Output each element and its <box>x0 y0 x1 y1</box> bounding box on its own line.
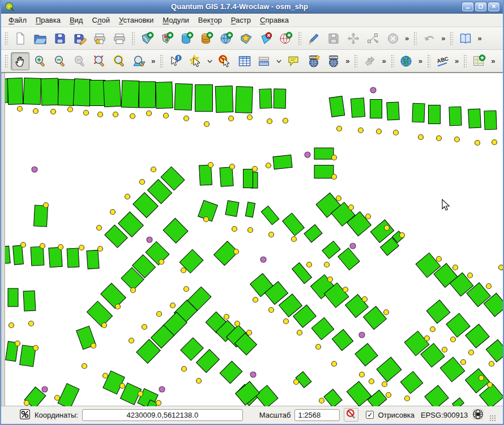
menu-view[interactable]: Вид <box>65 14 88 26</box>
menu-settings[interactable]: Установки <box>114 14 158 26</box>
open-project-button[interactable] <box>31 29 49 48</box>
menu-layer[interactable]: Слой <box>87 14 114 26</box>
save-project-button[interactable] <box>50 29 69 48</box>
add-postgis-layer-button[interactable] <box>177 29 196 48</box>
building-polygon <box>174 83 193 110</box>
poi-point <box>129 338 134 343</box>
panel-splitter[interactable] <box>1 73 5 406</box>
zoom-to-layer-button[interactable] <box>130 52 148 70</box>
pan-hand-icon <box>14 54 27 68</box>
new-shapefile-layer-button[interactable] <box>237 29 255 48</box>
menu-help[interactable]: Справка <box>255 14 293 26</box>
toolbar-overflow-button[interactable]: » <box>416 57 425 65</box>
globe-tool-button[interactable] <box>397 52 416 70</box>
menu-plugins[interactable]: Модули <box>158 14 194 26</box>
toolbar-drag-handle[interactable] <box>354 54 357 68</box>
building-polygon <box>332 329 353 350</box>
toolbar-overflow-button[interactable]: » <box>475 34 484 42</box>
coordinates-input[interactable] <box>82 409 243 421</box>
add-vector-layer-button[interactable] <box>138 29 156 48</box>
toolbar-overflow-button[interactable]: » <box>149 57 157 65</box>
maximize-button[interactable] <box>475 2 486 11</box>
measure-line-button[interactable] <box>255 52 274 70</box>
new-print-composer-button[interactable] <box>90 29 109 48</box>
crs-button[interactable] <box>472 408 484 422</box>
toolbar-overflow-button[interactable]: » <box>403 34 411 42</box>
building-polygon <box>220 167 233 186</box>
node-tool-icon <box>366 32 380 45</box>
toolbar-drag-handle[interactable] <box>160 54 163 68</box>
deselect-features-button[interactable] <box>215 52 234 70</box>
menu-edit[interactable]: Правка <box>31 14 65 26</box>
zoom-out-button[interactable] <box>50 52 69 70</box>
help-contents-button[interactable] <box>456 29 475 48</box>
edit-pencil-icon <box>307 32 321 45</box>
menu-raster[interactable]: Растр <box>227 14 255 26</box>
toolbar-overflow-button[interactable]: » <box>489 57 497 65</box>
dropdown-chevron[interactable] <box>274 56 284 66</box>
zoom-in-icon <box>33 54 47 68</box>
building-polygon <box>90 80 105 106</box>
save-edits-button[interactable] <box>324 29 343 48</box>
offline-editing-button[interactable] <box>360 52 379 70</box>
new-project-button[interactable] <box>11 29 29 48</box>
labeling-button[interactable]: ABC <box>433 52 452 70</box>
poi-point <box>266 163 271 168</box>
pan-map-button[interactable] <box>11 52 29 70</box>
save-project-as-button[interactable] <box>70 29 89 48</box>
map-canvas[interactable] <box>1 73 503 406</box>
render-checkbox[interactable]: ✓ <box>366 411 374 419</box>
building-polygon <box>199 165 212 185</box>
node-tool-button[interactable] <box>364 29 382 48</box>
menu-vector[interactable]: Вектор <box>194 14 227 26</box>
toolbar-drag-handle[interactable] <box>131 32 135 45</box>
scale-input[interactable] <box>294 409 340 421</box>
osm-load-button[interactable] <box>469 52 488 70</box>
show-bookmarks-button[interactable]: HOME <box>324 52 343 70</box>
toolbar-drag-handle[interactable] <box>413 32 417 45</box>
select-star-icon <box>189 54 202 68</box>
toolbar-drag-handle[interactable] <box>5 54 8 68</box>
toolbar-drag-handle[interactable] <box>427 54 430 68</box>
toolbar-overflow-button[interactable]: » <box>379 57 388 65</box>
dropdown-chevron[interactable] <box>205 56 215 66</box>
add-spatialite-layer-button[interactable] <box>197 29 216 48</box>
abort-editing-button[interactable] <box>383 29 402 48</box>
toolbar-drag-handle[interactable] <box>463 54 467 68</box>
zoom-in-button[interactable] <box>31 52 49 70</box>
minimize-button[interactable] <box>462 2 473 11</box>
title-bar[interactable]: Quantum GIS 1.7.4-Wroclaw - osm_shp <box>1 0 503 14</box>
window-controls <box>462 2 499 11</box>
toolbar-map-navigation: »iHOMEHOME»»»ABC»» <box>1 50 503 73</box>
toolbar-overflow-button[interactable]: » <box>452 57 461 65</box>
undo-button[interactable] <box>420 29 438 48</box>
toggle-editing-button[interactable] <box>304 29 323 48</box>
open-attribute-table-button[interactable] <box>235 52 254 70</box>
toolbar-drag-handle[interactable] <box>450 32 453 45</box>
toolbar-drag-handle[interactable] <box>391 54 394 68</box>
zoom-native-button[interactable] <box>70 52 89 70</box>
toolbar-overflow-button[interactable]: » <box>343 57 352 65</box>
resize-grip[interactable] <box>489 415 496 422</box>
toolbar-overflow-button[interactable]: » <box>439 34 447 42</box>
building-polygon <box>87 250 99 269</box>
print-composer-button[interactable] <box>110 29 129 48</box>
identify-features-button[interactable]: i <box>166 52 185 70</box>
new-bookmark-button[interactable]: HOME <box>304 52 323 70</box>
add-wms-layer-button[interactable] <box>217 29 236 48</box>
move-feature-button[interactable] <box>344 29 362 48</box>
building-polygon <box>446 313 470 337</box>
stop-render-button[interactable] <box>344 408 358 422</box>
menu-file[interactable]: Файл <box>4 14 31 26</box>
toolbar-drag-handle[interactable] <box>298 32 301 45</box>
remove-layer-button[interactable] <box>257 29 275 48</box>
close-button[interactable] <box>488 2 499 11</box>
add-raster-layer-button[interactable] <box>157 29 176 48</box>
select-features-button[interactable] <box>186 52 204 70</box>
add-wfs-layer-button[interactable] <box>276 29 295 48</box>
toolbar-drag-handle[interactable] <box>5 32 8 45</box>
zoom-last-button[interactable] <box>110 52 129 70</box>
toggle-extents-button[interactable] <box>19 409 31 422</box>
zoom-full-button[interactable] <box>90 52 109 70</box>
map-tips-button[interactable] <box>284 52 303 70</box>
